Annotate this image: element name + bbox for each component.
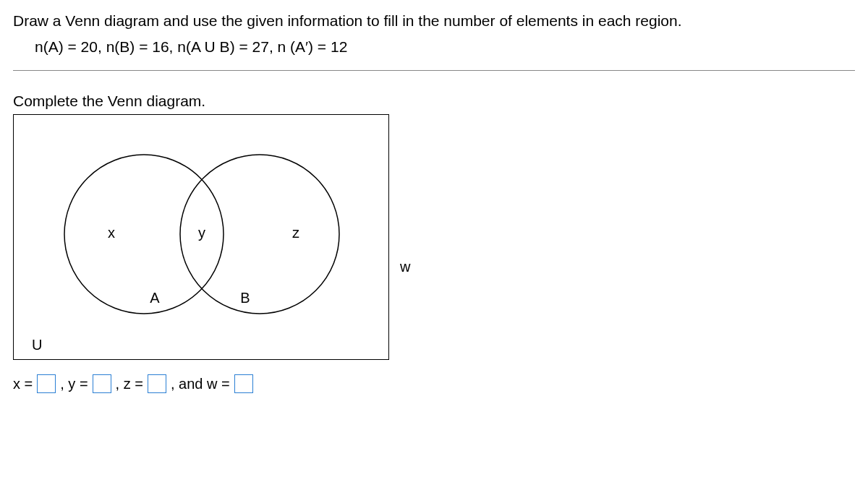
given-information: n(A) = 20, n(B) = 16, n(A U B) = 27, n (… bbox=[35, 38, 855, 56]
section-divider bbox=[13, 70, 855, 71]
label-x: x = bbox=[13, 376, 33, 392]
input-x[interactable] bbox=[37, 374, 56, 393]
label-w: , and w = bbox=[171, 376, 230, 392]
input-w[interactable] bbox=[234, 374, 253, 393]
venn-diagram-container: x y z A B U bbox=[13, 114, 389, 360]
instruction-text: Complete the Venn diagram. bbox=[13, 93, 855, 110]
region-w-label: w bbox=[400, 259, 410, 275]
set-a-label: A bbox=[150, 290, 160, 306]
input-z[interactable] bbox=[148, 374, 166, 393]
label-z: , z = bbox=[116, 376, 143, 392]
label-y: , y = bbox=[60, 376, 88, 392]
answer-inputs-row: x = , y = , z = , and w = bbox=[13, 374, 855, 393]
region-y-label: y bbox=[198, 225, 205, 241]
question-prompt: Draw a Venn diagram and use the given in… bbox=[13, 10, 855, 31]
region-z-label: z bbox=[292, 225, 299, 241]
input-y[interactable] bbox=[93, 374, 111, 393]
region-x-label: x bbox=[108, 225, 115, 241]
venn-diagram-svg: x y z A B U bbox=[14, 115, 390, 361]
set-b-label: B bbox=[240, 290, 250, 306]
universe-label: U bbox=[32, 337, 42, 353]
